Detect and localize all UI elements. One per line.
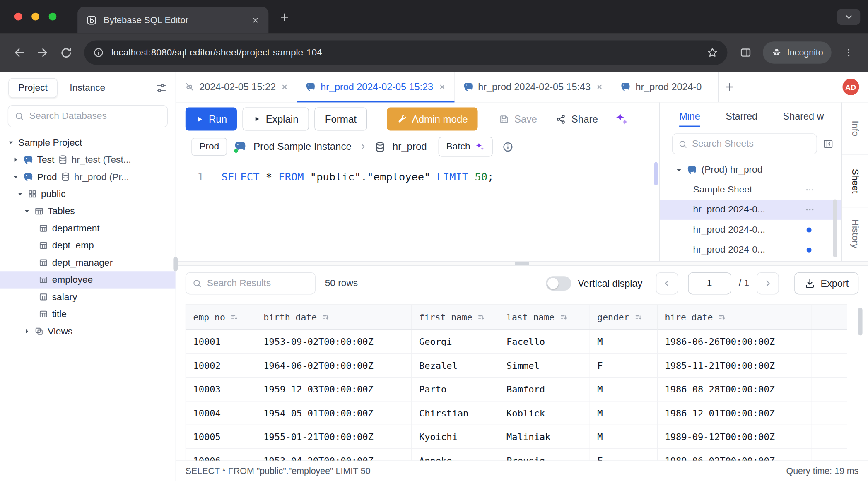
info-circle-icon[interactable] [502, 141, 514, 152]
prev-page-button[interactable] [656, 272, 678, 294]
sort-icon[interactable] [559, 313, 568, 321]
tree-item-schema-public[interactable]: public [0, 185, 176, 202]
save-button[interactable]: Save [492, 107, 544, 130]
sheet-menu-icon[interactable] [805, 185, 815, 195]
sheet-tab-1[interactable]: 2024-02-05 15:22 [176, 72, 297, 102]
sheet-tab-3[interactable]: hr_prod 2024-02-05 15:43 [455, 72, 612, 102]
close-sheet-icon[interactable] [596, 83, 603, 91]
column-header-first-name[interactable]: first_name [412, 305, 499, 330]
search-results-box[interactable] [186, 272, 316, 294]
sheet-item[interactable]: hr_prod 2024-0... [660, 220, 841, 240]
collapse-panel-icon[interactable] [822, 138, 834, 149]
add-sheet-button[interactable] [719, 72, 740, 102]
side-panel-icon[interactable] [734, 41, 757, 64]
search-databases-input[interactable] [29, 111, 161, 122]
tree-item-table-title[interactable]: title [0, 305, 176, 322]
browser-tab[interactable]: Bytebase SQL Editor [77, 7, 268, 33]
chevron-down-icon[interactable] [17, 190, 24, 197]
chevron-down-icon[interactable] [675, 166, 682, 173]
tree-item-tables-group[interactable]: Tables [0, 202, 176, 219]
sort-icon[interactable] [322, 313, 330, 321]
tree-item-instance-test[interactable]: Test hr_test (Test... [0, 151, 176, 168]
address-bar[interactable]: localhost:8080/sql-editor/sheet/project-… [84, 41, 727, 65]
share-button[interactable]: Share [549, 107, 605, 130]
tab-shared[interactable]: Shared w [783, 111, 824, 122]
database-name[interactable]: hr_prod [393, 141, 427, 152]
run-button[interactable]: Run [186, 107, 237, 130]
chevron-down-icon[interactable] [23, 207, 30, 214]
chevron-down-icon[interactable] [7, 139, 14, 146]
search-sheets-box[interactable] [672, 133, 817, 154]
new-tab-button[interactable] [275, 7, 294, 27]
zoom-window-button[interactable] [49, 13, 57, 21]
sheet-item[interactable]: Sample Sheet [660, 180, 841, 200]
tree-item-instance-prod[interactable]: Prod hr_prod (Pr... [0, 168, 176, 185]
search-databases-box[interactable] [8, 105, 168, 127]
chevron-down-icon[interactable] [12, 173, 19, 180]
search-results-input[interactable] [207, 278, 309, 289]
reload-button[interactable] [54, 41, 77, 64]
column-header-gender[interactable]: gender [590, 305, 658, 330]
tab-project[interactable]: Project [8, 78, 58, 98]
chevron-right-icon[interactable] [23, 328, 30, 335]
column-header-emp-no[interactable]: emp_no [186, 305, 256, 330]
column-header-hire-date[interactable]: hire_date [658, 305, 812, 330]
close-sheet-icon[interactable] [438, 83, 446, 91]
sheets-scrollbar[interactable] [833, 199, 837, 257]
sheet-tab-2-active[interactable]: hr_prod 2024-02-05 15:23 [297, 72, 455, 102]
sort-icon[interactable] [718, 313, 726, 321]
user-avatar[interactable]: AD [842, 79, 859, 95]
tree-item-table-salary[interactable]: salary [0, 289, 176, 305]
batch-button[interactable]: Batch [439, 137, 492, 156]
instance-name[interactable]: Prod Sample Instance [253, 141, 352, 152]
sheet-menu-icon[interactable] [805, 205, 815, 215]
minimize-window-button[interactable] [31, 13, 39, 21]
back-button[interactable] [8, 41, 31, 64]
tree-item-table-dept-emp[interactable]: dept_emp [0, 237, 176, 254]
sheet-item[interactable]: hr_prod 2024-0... [660, 240, 841, 260]
ai-sparkles-icon[interactable] [610, 107, 633, 130]
tree-item-views-group[interactable]: Views [0, 323, 176, 340]
sort-icon[interactable] [634, 313, 643, 321]
search-sheets-input[interactable] [692, 138, 811, 149]
sidebar-resize-grip[interactable] [173, 257, 178, 271]
admin-mode-button[interactable]: Admin mode [387, 107, 477, 130]
tab-sheet[interactable]: Sheet [842, 155, 868, 207]
column-header-last-name[interactable]: last_name [499, 305, 590, 330]
sort-icon[interactable] [477, 313, 486, 321]
tree-item-table-dept-manager[interactable]: dept_manager [0, 254, 176, 271]
browser-menu-icon[interactable] [837, 41, 860, 64]
vertical-display-toggle[interactable] [546, 276, 571, 291]
tab-info[interactable]: Info [842, 102, 868, 155]
panel-resize-divider[interactable] [176, 261, 868, 266]
tab-instance[interactable]: Instance [70, 82, 105, 94]
tab-starred[interactable]: Starred [726, 111, 757, 122]
forward-button[interactable] [31, 41, 54, 64]
column-header-birth-date[interactable]: birth_date [256, 305, 412, 330]
next-page-button[interactable] [757, 272, 779, 294]
close-window-button[interactable] [14, 13, 22, 21]
tab-search-button[interactable] [837, 9, 860, 25]
tree-item-table-department[interactable]: department [0, 220, 176, 237]
filter-settings-icon[interactable] [155, 82, 167, 94]
sheet-tab-4[interactable]: hr_prod 2024-0 [612, 72, 719, 102]
tab-history[interactable]: History [842, 207, 868, 260]
sort-icon[interactable] [230, 313, 239, 321]
tree-item-table-employee-selected[interactable]: employee [0, 271, 176, 288]
tab-mine[interactable]: Mine [679, 111, 700, 122]
chevron-right-icon[interactable] [12, 156, 19, 163]
editor-scrollbar[interactable] [654, 162, 658, 185]
page-number-input[interactable] [688, 272, 731, 294]
sheet-item-selected[interactable]: hr_prod 2024-0... [660, 200, 841, 220]
resize-grip[interactable] [515, 262, 529, 265]
environment-chip[interactable]: Prod [191, 138, 227, 156]
sheet-group-row[interactable]: (Prod) hr_prod [660, 160, 841, 180]
format-button[interactable]: Format [314, 107, 367, 130]
close-tab-icon[interactable] [251, 16, 260, 24]
export-button[interactable]: Export [795, 272, 858, 294]
explain-button[interactable]: Explain [243, 107, 309, 130]
close-sheet-icon[interactable] [281, 83, 289, 91]
results-scrollbar[interactable] [858, 308, 863, 335]
bookmark-star-icon[interactable] [706, 46, 719, 58]
site-info-icon[interactable] [93, 47, 104, 58]
